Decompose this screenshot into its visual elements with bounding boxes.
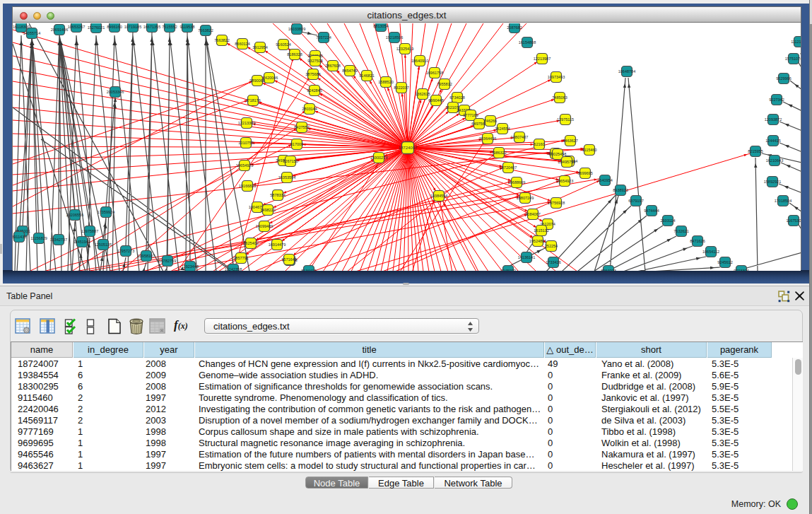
svg-text:2933114: 2933114 [660, 218, 675, 223]
svg-text:9474444: 9474444 [644, 209, 659, 213]
svg-text:19384554: 19384554 [430, 194, 447, 198]
svg-text:10719185: 10719185 [124, 25, 141, 29]
svg-text:19300273: 19300273 [370, 156, 387, 160]
svg-text:7663822: 7663822 [198, 28, 213, 33]
svg-text:10242358: 10242358 [225, 267, 242, 271]
svg-text:8466160: 8466160 [107, 25, 122, 29]
svg-text:13975887: 13975887 [81, 229, 98, 233]
svg-text:7663822: 7663822 [214, 38, 229, 42]
svg-text:3624554: 3624554 [495, 127, 510, 131]
svg-text:9327505: 9327505 [307, 59, 322, 63]
svg-text:10648784: 10648784 [618, 69, 635, 74]
svg-text:10807487: 10807487 [511, 135, 528, 139]
svg-text:1615132: 1615132 [534, 228, 548, 233]
svg-text:20691406: 20691406 [51, 28, 68, 32]
svg-text:2087682: 2087682 [507, 25, 522, 30]
svg-text:14099489: 14099489 [256, 224, 273, 228]
svg-text:15751074: 15751074 [785, 57, 801, 61]
svg-text:9699695: 9699695 [577, 171, 592, 175]
svg-text:10653267: 10653267 [68, 25, 85, 29]
svg-text:8267150: 8267150 [283, 159, 298, 163]
svg-text:18807249: 18807249 [517, 196, 534, 200]
svg-text:1167530: 1167530 [786, 218, 801, 223]
svg-text:10973493: 10973493 [548, 75, 565, 79]
svg-text:746266: 746266 [484, 119, 497, 123]
svg-text:12325419: 12325419 [396, 47, 413, 51]
svg-text:10025458: 10025458 [549, 152, 566, 156]
svg-text:18724007: 18724007 [399, 146, 418, 150]
svg-text:23495758: 23495758 [558, 160, 575, 164]
svg-text:8186328: 8186328 [287, 52, 302, 57]
svg-text:8134415: 8134415 [301, 269, 316, 271]
svg-text:20206556: 20206556 [66, 213, 83, 217]
svg-text:6990448: 6990448 [428, 98, 443, 103]
svg-text:1010755: 1010755 [238, 141, 253, 145]
svg-text:9245612: 9245612 [717, 260, 732, 264]
svg-text:10688609: 10688609 [508, 180, 525, 185]
svg-text:16033809: 16033809 [288, 27, 305, 31]
svg-text:2718176: 2718176 [245, 98, 260, 103]
svg-text:8813054: 8813054 [373, 24, 388, 28]
svg-text:9084067: 9084067 [525, 212, 540, 216]
svg-text:12213389: 12213389 [238, 121, 255, 125]
svg-text:9890068: 9890068 [249, 78, 264, 83]
svg-text:8215955: 8215955 [748, 149, 763, 153]
svg-text:17018504: 17018504 [775, 199, 792, 203]
svg-text:14055714: 14055714 [23, 31, 40, 35]
svg-text:12342737: 12342737 [50, 238, 67, 242]
svg-text:5878334: 5878334 [270, 193, 285, 197]
svg-text:17957273: 17957273 [117, 249, 134, 253]
svg-text:17359924: 17359924 [98, 210, 114, 214]
svg-text:7485063: 7485063 [552, 95, 567, 100]
svg-text:16961758: 16961758 [426, 71, 443, 75]
svg-text:1733426: 1733426 [546, 260, 560, 264]
svg-text:9146821: 9146821 [359, 74, 374, 78]
svg-text:3912954: 3912954 [252, 45, 267, 49]
svg-text:18640910: 18640910 [411, 59, 428, 63]
svg-text:8660124: 8660124 [235, 42, 249, 46]
svg-text:19654925: 19654925 [236, 163, 253, 168]
svg-text:12213987: 12213987 [534, 57, 551, 61]
svg-text:19654923: 19654923 [556, 179, 573, 183]
svg-text:1571643: 1571643 [281, 257, 296, 262]
svg-text:12975115: 12975115 [557, 117, 574, 122]
svg-text:252254: 252254 [545, 244, 558, 248]
svg-text:9793304: 9793304 [734, 269, 748, 271]
svg-text:10654112: 10654112 [702, 250, 719, 254]
svg-text:11923448: 11923448 [182, 264, 199, 269]
svg-text:15353594: 15353594 [278, 175, 295, 180]
svg-text:18720407: 18720407 [500, 165, 517, 170]
svg-text:19166825: 19166825 [239, 184, 256, 188]
svg-text:62160: 62160 [534, 142, 544, 146]
svg-text:7357224: 7357224 [316, 35, 331, 40]
svg-text:11156829: 11156829 [30, 236, 47, 240]
svg-text:7625402: 7625402 [243, 241, 258, 245]
svg-text:1362615: 1362615 [415, 92, 430, 96]
svg-text:3911431: 3911431 [13, 235, 27, 239]
svg-text:8427552: 8427552 [294, 125, 309, 129]
svg-text:9857791: 9857791 [233, 256, 248, 260]
svg-text:20364436: 20364436 [479, 136, 496, 141]
svg-text:20053346: 20053346 [107, 90, 124, 94]
svg-text:19218506: 19218506 [386, 35, 403, 40]
svg-text:8938923: 8938923 [613, 188, 628, 192]
svg-text:7955812: 7955812 [437, 82, 452, 86]
svg-text:9160524: 9160524 [276, 42, 290, 47]
svg-text:9119538: 9119538 [180, 25, 194, 29]
svg-text:16914479: 16914479 [269, 243, 286, 247]
svg-text:9245002: 9245002 [500, 269, 515, 271]
svg-text:19524861: 19524861 [529, 239, 546, 243]
svg-text:1588520: 1588520 [378, 80, 393, 84]
svg-text:2803144: 2803144 [302, 107, 317, 111]
svg-text:6734028: 6734028 [449, 95, 464, 100]
svg-text:8322037: 8322037 [394, 86, 408, 90]
svg-text:16671355: 16671355 [143, 25, 160, 29]
svg-text:9227342: 9227342 [769, 98, 784, 102]
svg-text:12505135: 12505135 [95, 243, 112, 247]
svg-text:3875685: 3875685 [305, 72, 320, 76]
svg-text:9115460: 9115460 [582, 148, 596, 152]
svg-text:817006: 817006 [290, 142, 303, 146]
svg-text:3498222: 3498222 [260, 208, 275, 212]
svg-text:1640954: 1640954 [597, 178, 612, 182]
svg-text:9777169: 9777169 [463, 113, 478, 117]
